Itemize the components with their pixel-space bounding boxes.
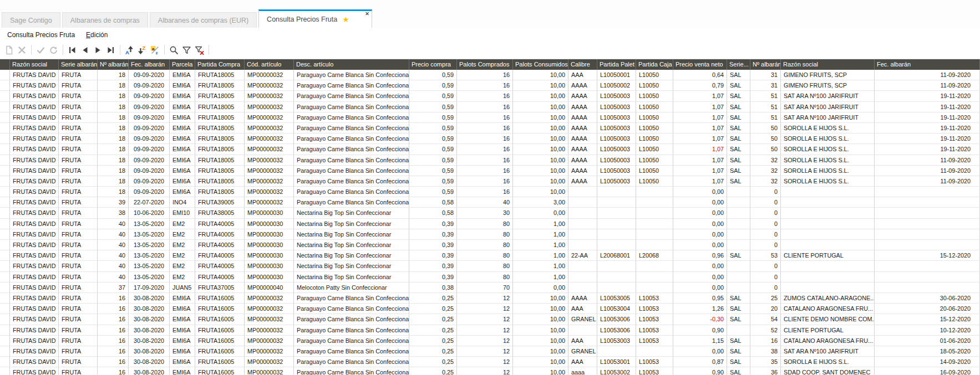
grid-cell[interactable]: MP00000032 [245,176,294,187]
grid-cell[interactable]: 10,00 [513,155,568,166]
grid-cell[interactable]: 0,25 [409,304,457,314]
grid-cell[interactable]: 0,25 [409,336,457,346]
grid-cell[interactable]: L10053004 [597,304,636,314]
grid-cell[interactable]: FRUTAS DAVID [10,357,59,367]
grid-cell[interactable]: 19-11-2020 [875,133,980,144]
menu-item-consulta-precios-fruta[interactable]: Consulta Precios Fruta [6,30,77,40]
grid-cell[interactable]: SAL [727,166,750,176]
grid-row[interactable]: FRUTAS DAVIDFRUTA1809-09-2020EMI6AFRUTA1… [0,176,980,187]
grid-cell[interactable]: 40 [98,240,129,250]
row-selector[interactable] [0,293,10,304]
grid-cell[interactable]: SAL [727,176,750,187]
row-selector[interactable] [0,304,10,314]
grid-cell[interactable]: EMI6A [170,336,195,346]
grid-cell[interactable] [781,229,875,240]
grid-cell[interactable]: AAAA [568,133,597,144]
grid-cell[interactable]: FRUTA40005 [195,261,245,271]
row-selector[interactable] [0,367,10,375]
grid-cell[interactable] [568,261,597,271]
grid-header-cell[interactable]: Serie... [727,59,750,70]
grid-cell[interactable]: 0,59 [409,123,457,133]
grid-cell[interactable]: FRUTAS DAVID [10,70,59,80]
grid-cell[interactable]: 16 [98,336,129,346]
grid-cell[interactable]: MP00000032 [245,91,294,101]
grid-cell[interactable]: 16-09-2020 [875,367,980,375]
grid-cell[interactable]: SAT ARA Nº100 JARIFRUIT [781,91,875,101]
grid-cell[interactable]: 0,59 [409,112,457,123]
grid-cell[interactable]: 10-06-2020 [129,208,170,218]
grid-cell[interactable]: FRUTAS DAVID [10,293,59,304]
grid-cell[interactable]: 35 [750,357,781,367]
row-selector[interactable] [0,261,10,271]
grid-cell[interactable]: 30 [457,208,513,218]
grid-cell[interactable]: 53 [750,250,781,261]
grid-cell[interactable]: FRUTAS DAVID [10,272,59,282]
grid-cell[interactable]: 1,00 [513,272,568,282]
grid-cell[interactable]: 11-09-2020 [875,166,980,176]
grid-cell[interactable]: 13-05-2020 [129,250,170,261]
grid-cell[interactable]: 10,00 [513,176,568,187]
grid-cell[interactable] [781,261,875,271]
grid-cell[interactable] [568,229,597,240]
grid-cell[interactable]: 16 [457,176,513,187]
search-button[interactable] [168,44,180,56]
grid-cell[interactable]: 40 [98,261,129,271]
grid-cell[interactable]: SAL [727,293,750,304]
grid-cell[interactable]: FRUTAS DAVID [10,261,59,271]
grid-cell[interactable]: 36 [750,367,781,375]
grid-cell[interactable]: 0,59 [409,80,457,91]
grid-cell[interactable]: Paraguayo Carne Blanca Sin Confeccionar [294,357,409,367]
grid-cell[interactable]: Paraguayo Carne Blanca Sin Confeccionar [294,102,409,112]
grid-row[interactable]: FRUTAS DAVIDFRUTA1630-08-2020EMI6AFRUTA1… [0,314,980,325]
grid-cell[interactable]: 1,07 [673,166,727,176]
grid-header-cell[interactable]: Nº albarán [98,59,129,70]
grid-header-cell[interactable]: Serie albarán [59,59,98,70]
grid-cell[interactable]: FRUTA [59,240,98,250]
grid-cell[interactable] [781,197,875,208]
grid-cell[interactable]: FRUTA16005 [195,325,245,336]
grid-cell[interactable]: MP00000030 [245,219,294,229]
grid-cell[interactable]: 18 [98,155,129,166]
grid-cell[interactable]: 0,39 [409,229,457,240]
grid-row[interactable]: FRUTAS DAVIDFRUTA1809-09-2020EMI6AFRUTA1… [0,91,980,101]
grid-cell[interactable]: L10050 [636,144,673,155]
grid-cell[interactable] [727,197,750,208]
grid-cell[interactable]: SAL [727,155,750,166]
grid-cell[interactable]: AAAA [568,123,597,133]
grid-cell[interactable]: FRUTA16005 [195,293,245,304]
grid-cell[interactable]: 0 [750,197,781,208]
row-selector[interactable] [0,325,10,336]
grid-cell[interactable]: FRUTAS DAVID [10,367,59,375]
grid-cell[interactable] [597,187,636,197]
grid-cell[interactable]: 38 [98,208,129,218]
grid-row[interactable]: FRUTAS DAVIDFRUTA4013-05-2020EM2FRUTA400… [0,261,980,271]
grid-cell[interactable]: EM2 [170,250,195,261]
grid-cell[interactable]: 22-07-2020 [129,197,170,208]
grid-cell[interactable]: FRUTA [59,367,98,375]
grid-cell[interactable]: 0,00 [673,346,727,357]
grid-cell[interactable]: 30-06-2020 [875,293,980,304]
grid-cell[interactable]: EMI6A [170,187,195,197]
grid-cell[interactable]: 16 [457,80,513,91]
sort-asc-button[interactable]: A [124,44,135,56]
grid-cell[interactable]: 10,00 [513,102,568,112]
grid-cell[interactable]: 1,26 [673,304,727,314]
grid-cell[interactable]: Paraguayo Carne Blanca Sin Confeccionar [294,133,409,144]
row-selector[interactable] [0,229,10,240]
grid-cell[interactable]: GIMENO FRUITS, SCP [781,80,875,91]
grid-cell[interactable]: 0,95 [673,293,727,304]
grid-cell[interactable]: MP00000030 [245,208,294,218]
grid-cell[interactable]: MP00000032 [245,144,294,155]
grid-cell[interactable]: EMI6A [170,123,195,133]
grid-cell[interactable] [727,261,750,271]
grid-cell[interactable]: 0,59 [409,133,457,144]
grid-cell[interactable]: 0,00 [673,208,727,218]
grid-cell[interactable] [781,187,875,197]
grid-cell[interactable]: 0,59 [409,102,457,112]
grid-cell[interactable]: AAA [568,70,597,80]
grid-cell[interactable]: L10053 [636,367,673,375]
grid-cell[interactable]: L10050003 [597,123,636,133]
grid-cell[interactable]: FRUTA [59,208,98,218]
grid-cell[interactable]: 12 [457,293,513,304]
grid-cell[interactable]: CATALANO ARAGONESA FRU... [781,304,875,314]
